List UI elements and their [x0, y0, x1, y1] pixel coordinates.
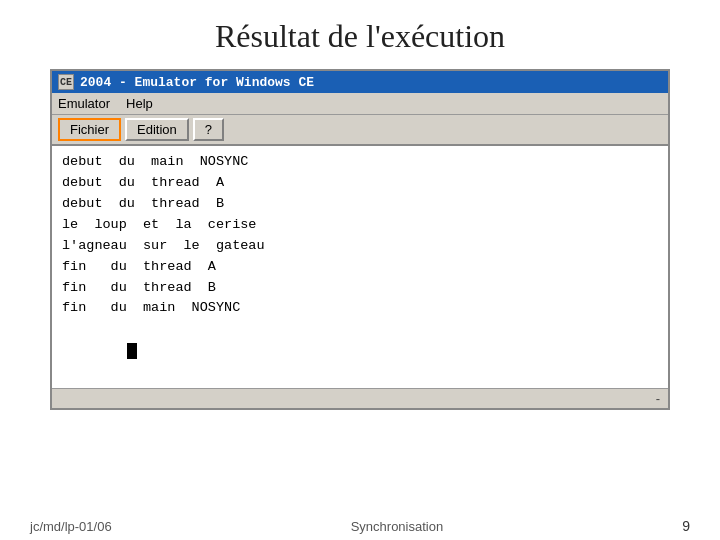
title-bar-icon: CE — [58, 74, 74, 90]
title-bar: CE 2004 - Emulator for Windows CE — [52, 71, 668, 93]
console-cursor-line — [62, 319, 658, 382]
footer-left: jc/md/lp-01/06 — [30, 519, 112, 534]
console-line-2: debut du thread A — [62, 173, 658, 194]
toolbar-question[interactable]: ? — [193, 118, 224, 141]
console-line-4: le loup et la cerise — [62, 215, 658, 236]
console-line-5: l'agneau sur le gateau — [62, 236, 658, 257]
slide-title: Résultat de l'exécution — [0, 0, 720, 69]
footer: jc/md/lp-01/06 Synchronisation 9 — [0, 512, 720, 540]
footer-center: Synchronisation — [351, 519, 444, 534]
toolbar-edition[interactable]: Edition — [125, 118, 189, 141]
toolbar-fichier[interactable]: Fichier — [58, 118, 121, 141]
menu-bar: Emulator Help — [52, 93, 668, 115]
console-line-6: fin du thread A — [62, 257, 658, 278]
title-bar-text: 2004 - Emulator for Windows CE — [80, 75, 314, 90]
emulator-window: CE 2004 - Emulator for Windows CE Emulat… — [50, 69, 670, 410]
title-icon-text: CE — [60, 77, 72, 88]
menu-emulator[interactable]: Emulator — [58, 96, 110, 111]
slide-container: CE 2004 - Emulator for Windows CE Emulat… — [35, 69, 685, 410]
toolbar-bar: Fichier Edition ? — [52, 115, 668, 146]
console-line-7: fin du thread B — [62, 278, 658, 299]
footer-page: 9 — [682, 518, 690, 534]
cursor-block — [127, 343, 137, 359]
menu-help[interactable]: Help — [126, 96, 153, 111]
console-area: debut du main NOSYNC debut du thread A d… — [52, 146, 668, 388]
console-line-3: debut du thread B — [62, 194, 658, 215]
console-line-1: debut du main NOSYNC — [62, 152, 658, 173]
status-bar: - — [52, 388, 668, 408]
console-line-8: fin du main NOSYNC — [62, 298, 658, 319]
